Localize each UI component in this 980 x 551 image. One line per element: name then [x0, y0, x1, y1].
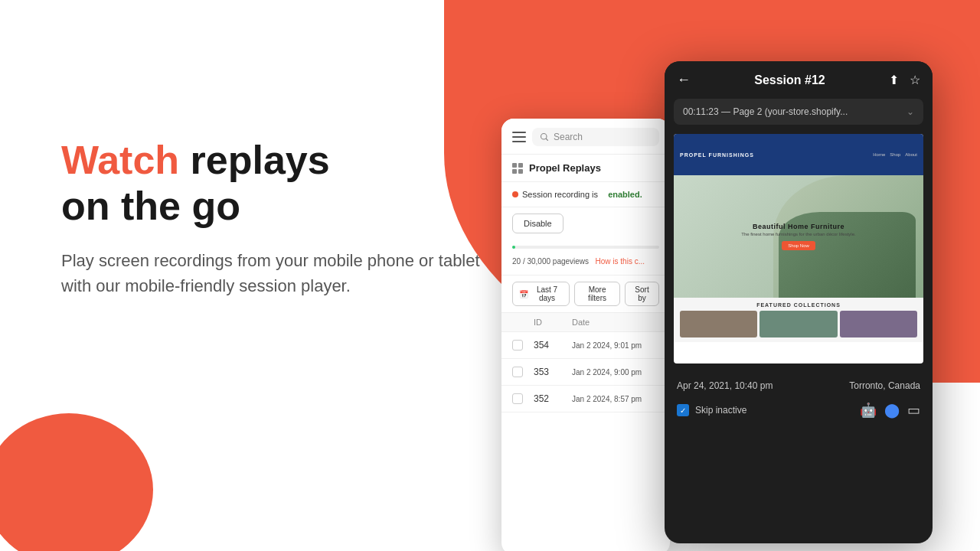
hero-text: Beautiful Home Furniture The finest home…	[741, 223, 855, 250]
row-checkbox[interactable]	[512, 367, 523, 377]
session-location: Torronto, Canada	[849, 380, 920, 391]
skip-inactive-label: Skip inactive	[695, 405, 746, 416]
bg-blob-bottom-left	[0, 413, 153, 551]
recording-label: Session recording is	[522, 190, 598, 199]
player-action-icons: ⬆ ☆	[889, 73, 920, 87]
table-row[interactable]: 352 Jan 2 2024, 8:57 pm	[501, 386, 670, 412]
sort-by-button[interactable]: Sort by	[625, 282, 659, 306]
collection-item	[840, 311, 917, 337]
player-viewport: PROPEL FURNISHINGS Home Shop About Beaut…	[674, 134, 923, 364]
platform-icons: 🤖 ⬤ ▭	[860, 402, 920, 419]
recording-dot	[512, 191, 518, 197]
search-placeholder: Search	[554, 132, 583, 142]
headline-watch: Watch	[61, 138, 179, 182]
how-link[interactable]: How is this c...	[596, 257, 645, 266]
phone-list-mockup: Search Propel Replays Session recording …	[501, 119, 670, 551]
hamburger-icon[interactable]	[512, 132, 526, 142]
store-nav-links: Home Shop About	[873, 152, 917, 157]
col-id-header: ID	[534, 318, 572, 327]
player-bottom-bar: Apr 24, 2021, 10:40 pm Torronto, Canada …	[665, 370, 933, 429]
left-content-area: Watch replayson the go Play screen recor…	[61, 138, 482, 298]
table-header: ID Date	[501, 313, 670, 332]
collections-grid	[680, 311, 917, 337]
app-title-row: Propel Replays	[501, 155, 670, 182]
more-filters-button[interactable]: More filters	[574, 282, 620, 306]
skip-inactive-control[interactable]: ✓ Skip inactive	[677, 404, 746, 416]
row-date: Jan 2 2024, 8:57 pm	[572, 395, 659, 403]
list-phone-header: Search	[501, 119, 670, 155]
share-icon[interactable]: ⬆	[889, 73, 899, 87]
nav-home: Home	[873, 152, 885, 157]
nav-shop: Shop	[890, 152, 900, 157]
star-icon[interactable]: ☆	[910, 73, 920, 87]
row-checkbox[interactable]	[512, 393, 523, 404]
filter-row: 📅 Last 7 days More filters Sort by	[501, 276, 670, 313]
chrome-icon: ⬤	[884, 402, 900, 419]
pageviews-text: 20 / 30,000 pageviews	[512, 257, 589, 266]
url-chevron-icon: ⌄	[906, 106, 914, 117]
player-url-bar[interactable]: 00:11:23 — Page 2 (your-store.shopify...…	[674, 99, 923, 125]
android-icon: 🤖	[860, 402, 877, 419]
row-id: 352	[534, 393, 572, 404]
progress-bar	[512, 246, 659, 249]
row-id: 354	[534, 340, 572, 350]
store-hero: Beautiful Home Furniture The finest home…	[674, 175, 923, 298]
col-date-header: Date	[572, 318, 659, 327]
player-meta: Apr 24, 2021, 10:40 pm Torronto, Canada	[677, 380, 920, 391]
player-controls: ✓ Skip inactive 🤖 ⬤ ▭	[677, 402, 920, 419]
calendar-icon: 📅	[519, 290, 528, 298]
player-top-bar: ← Session #12 ⬆ ☆	[665, 61, 933, 99]
row-id: 353	[534, 367, 572, 377]
tablet-icon: ▭	[907, 402, 920, 419]
pageviews-section: 20 / 30,000 pageviews How is this c...	[501, 240, 670, 276]
progress-fill	[512, 246, 515, 249]
hero-subtitle: The finest home furnishings for the urba…	[741, 232, 855, 236]
row-checkbox[interactable]	[512, 340, 523, 350]
phone-player-mockup: ← Session #12 ⬆ ☆ 00:11:23 — Page 2 (you…	[665, 61, 933, 543]
collection-item	[680, 311, 757, 337]
collections-heading: FEATURED COLLECTIONS	[680, 302, 917, 308]
grid-icon	[512, 163, 523, 174]
enabled-text: enabled.	[608, 190, 642, 199]
main-headline: Watch replayson the go	[61, 138, 482, 230]
last-7-days-button[interactable]: 📅 Last 7 days	[512, 282, 570, 306]
skip-inactive-checkbox[interactable]: ✓	[677, 404, 689, 416]
svg-line-1	[546, 139, 547, 140]
table-row[interactable]: 354 Jan 2 2024, 9:01 pm	[501, 332, 670, 359]
subtitle-text: Play screen recordings from your mobile …	[61, 248, 482, 298]
store-nav: PROPEL FURNISHINGS Home Shop About	[674, 134, 923, 175]
store-logo: PROPEL FURNISHINGS	[680, 152, 754, 158]
player-title: Session #12	[754, 73, 825, 87]
app-title: Propel Replays	[529, 162, 601, 174]
hero-title: Beautiful Home Furniture	[741, 223, 855, 230]
nav-about: About	[905, 152, 917, 157]
player-back-button[interactable]: ←	[677, 72, 691, 88]
table-row[interactable]: 353 Jan 2 2024, 9:00 pm	[501, 359, 670, 386]
row-date: Jan 2 2024, 9:01 pm	[572, 341, 659, 350]
search-bar[interactable]: Search	[532, 128, 659, 146]
row-date: Jan 2 2024, 9:00 pm	[572, 368, 659, 377]
collections-section: FEATURED COLLECTIONS	[674, 298, 923, 342]
disable-button[interactable]: Disable	[512, 214, 564, 233]
session-date: Apr 24, 2021, 10:40 pm	[677, 380, 773, 391]
search-icon	[540, 132, 549, 142]
collection-item	[760, 311, 837, 337]
recording-status: Session recording is enabled.	[501, 182, 670, 207]
player-url-text: 00:11:23 — Page 2 (your-store.shopify...	[683, 106, 848, 117]
hero-cta-button[interactable]: Shop Now	[782, 241, 815, 250]
